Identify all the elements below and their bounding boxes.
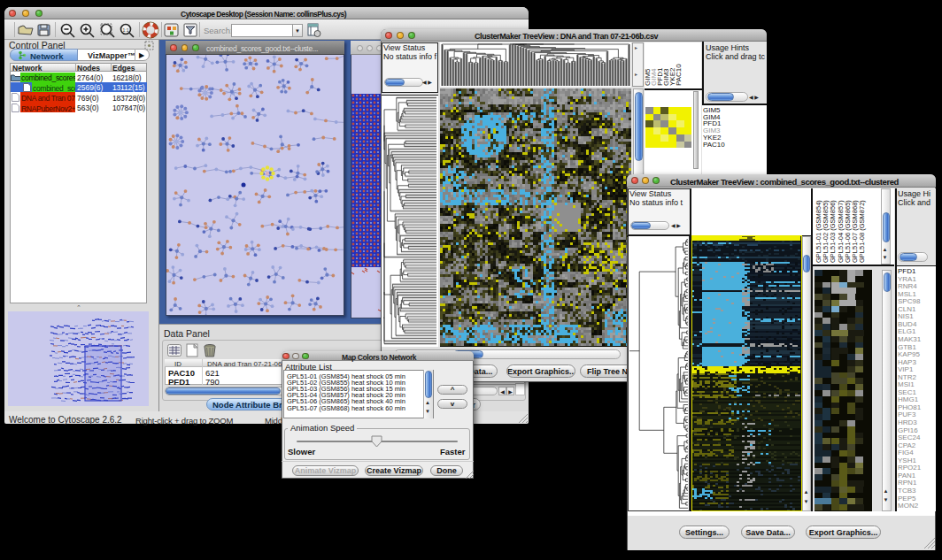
- svg-text:PAC10: PAC10: [675, 64, 683, 86]
- svg-text:GPL51-08 (GSM872): GPL51-08 (GSM872): [858, 200, 866, 263]
- svg-text:1:1: 1:1: [123, 27, 129, 33]
